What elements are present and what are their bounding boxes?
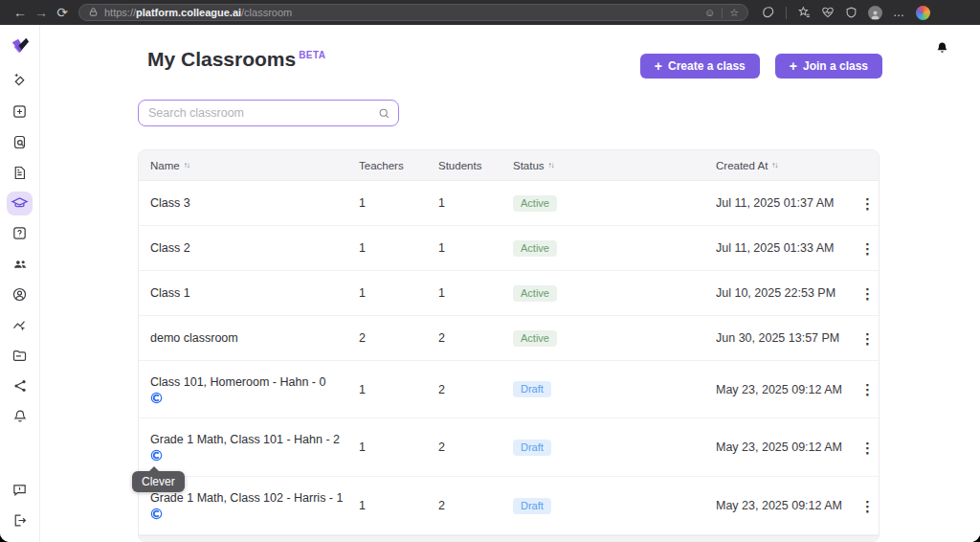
browser-toolbar: ← → ⟳ https://platform.colleague.ai/clas… [0,0,980,25]
main-content: My ClassroomsBETA +Create a class +Join … [40,25,980,542]
column-header-status[interactable]: Status↑↓ [513,160,716,171]
plus-icon: + [790,58,797,74]
feedback-icon[interactable] [11,481,30,499]
table-row[interactable]: Class 2 1 1 Active Jul 11, 2025 01:33 AM… [139,226,879,271]
status-badge: Active [513,240,557,257]
ai-tools-icon[interactable] [11,72,30,90]
document-search-icon[interactable] [11,133,30,151]
column-header-created-at[interactable]: Created At↑↓ [716,160,857,171]
clever-source-icon[interactable] [150,392,163,404]
created-at: Jul 10, 2025 22:53 PM [716,286,857,300]
column-header-name[interactable]: Name↑↓ [139,160,359,171]
plus-icon: + [655,58,662,74]
created-at: Jul 11, 2025 01:37 AM [716,196,857,210]
settings-menu-icon[interactable]: … [893,0,905,25]
created-at: May 23, 2025 09:12 AM [716,440,857,454]
create-class-button[interactable]: +Create a class [640,54,760,79]
students-count: 2 [438,499,513,512]
row-menu-icon[interactable]: ⋮ [857,440,879,455]
sidebar [0,25,40,542]
status-badge: Draft [513,381,551,397]
class-name: Grade 1 Math, Class 101 - Hahn - 2 [150,433,359,446]
status-badge: Active [513,285,557,302]
back-icon[interactable]: ← [10,0,31,25]
sort-icon[interactable]: ↑↓ [771,161,777,169]
url-text: https://platform.colleague.ai/classroom [104,7,704,18]
class-name: Grade 1 Math, Class 102 - Harris - 1 [150,491,359,505]
copilot-icon[interactable] [916,6,930,20]
analytics-icon[interactable] [11,316,30,334]
share-icon[interactable] [11,377,30,395]
students-count: 1 [438,196,513,210]
lock-icon [88,4,99,21]
table-row[interactable]: demo classroom 2 2 Active Jun 30, 2025 1… [139,316,879,361]
created-at: Jul 11, 2025 01:33 AM [716,241,857,255]
toolbar-divider [786,7,787,19]
row-menu-icon[interactable]: ⋮ [857,382,879,396]
beta-badge: BETA [299,50,325,60]
sort-icon[interactable]: ↑↓ [548,161,554,169]
folder-icon[interactable] [11,347,30,365]
row-menu-icon[interactable]: ⋮ [857,286,879,301]
table-row[interactable]: Grade 1 Math, Class 102 - Harris - 1 1 2… [139,477,879,535]
students-count: 2 [438,331,513,345]
clever-source-icon[interactable] [150,449,163,462]
students-count: 2 [438,440,513,454]
created-at: May 23, 2025 09:12 AM [716,499,857,512]
table-row[interactable]: Class 3 1 1 Active Jul 11, 2025 01:37 AM… [139,181,879,226]
collections-icon[interactable] [797,6,811,19]
row-menu-icon[interactable]: ⋮ [857,331,879,346]
create-square-icon[interactable] [11,102,30,121]
notification-bell-icon[interactable] [935,40,949,59]
notes-icon[interactable] [11,164,30,182]
search-input[interactable] [138,100,399,126]
teachers-count: 1 [359,440,438,454]
logout-icon[interactable] [11,511,30,530]
status-badge: Draft [513,440,551,456]
classroom-icon[interactable] [7,192,33,216]
teachers-count: 1 [359,499,438,512]
favorite-star-icon[interactable]: ☆ [729,7,739,19]
status-badge: Active [513,195,557,212]
sort-icon[interactable]: ↑↓ [184,161,189,169]
table-footer-strip [139,535,879,542]
row-menu-icon[interactable]: ⋮ [857,196,879,211]
row-menu-icon[interactable]: ⋮ [857,499,879,513]
students-count: 1 [438,286,513,300]
teachers-count: 1 [359,383,438,396]
address-bar[interactable]: https://platform.colleague.ai/classroom … [78,4,748,21]
teachers-count: 1 [359,196,438,210]
column-header-teachers: Teachers [359,160,438,171]
join-class-button[interactable]: +Join a class [775,54,882,79]
forward-icon[interactable]: → [31,0,52,25]
students-count: 1 [438,241,513,255]
teachers-count: 2 [359,331,438,345]
search-icon [378,106,390,124]
page-title: My ClassroomsBETA [147,48,325,71]
students-icon[interactable] [11,255,30,273]
created-at: May 23, 2025 09:12 AM [716,383,857,396]
teachers-count: 1 [359,286,438,300]
clever-source-icon[interactable] [150,508,163,520]
notifications-icon[interactable] [11,407,30,425]
account-icon[interactable] [11,285,30,304]
table-row[interactable]: Class 101, Homeroom - Hahn - 0 1 2 Draft… [139,361,879,418]
browser-window: ← → ⟳ https://platform.colleague.ai/clas… [0,0,980,542]
table-header-row: Name↑↓ Teachers Students Status↑↓ Create… [139,150,879,181]
profile-avatar[interactable] [868,6,882,20]
privacy-shield-icon[interactable] [845,6,858,19]
table-row[interactable]: Grade 1 Math, Class 101 - Hahn - 2 1 2 D… [139,418,879,477]
classrooms-table: Name↑↓ Teachers Students Status↑↓ Create… [138,149,880,542]
refresh-icon[interactable]: ⟳ [52,0,73,25]
class-name: Class 1 [150,286,359,300]
row-menu-icon[interactable]: ⋮ [857,241,879,256]
browser-essentials-icon[interactable] [821,6,835,19]
emoji-feedback-icon[interactable]: ☺ [704,7,715,18]
class-name: Class 101, Homeroom - Hahn - 0 [150,375,359,389]
help-icon[interactable] [11,224,30,242]
status-badge: Draft [513,498,551,514]
colleague-logo[interactable] [10,36,31,56]
pill-divider [722,8,723,18]
table-row[interactable]: Class 1 1 1 Active Jul 10, 2025 22:53 PM… [139,271,879,316]
extensions-icon[interactable] [762,6,775,19]
